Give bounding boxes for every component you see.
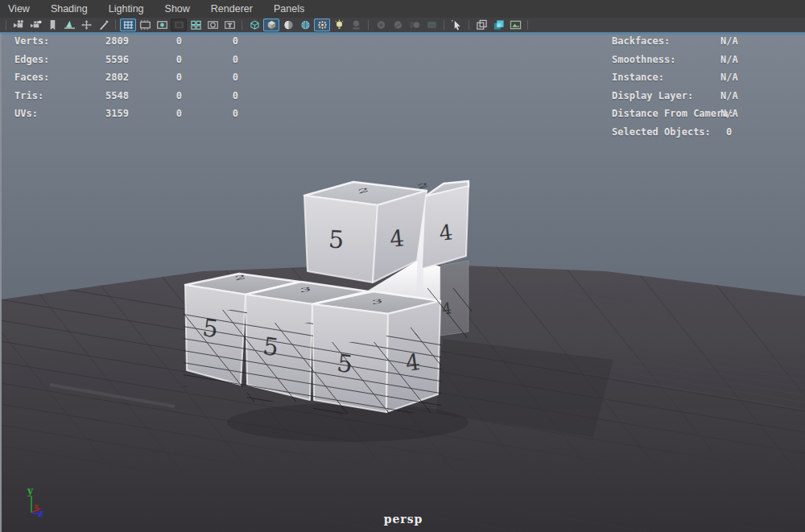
hud-row: UVs: 3159 0 0 (14, 108, 238, 126)
toolbar-separator (6, 20, 6, 30)
hud-row: Display Layer: N/A (612, 90, 805, 109)
image-plane-icon[interactable] (61, 19, 77, 31)
motion-blur-icon[interactable] (407, 19, 423, 31)
camera-name-label: persp (2, 513, 805, 526)
grid-icon[interactable] (120, 19, 136, 31)
toolbar-separator (368, 20, 369, 30)
resolution-gate-icon[interactable] (154, 19, 170, 31)
hud-row: Distance From Camera: N/A (612, 108, 805, 126)
wireframe-on-shaded-icon[interactable] (314, 19, 330, 31)
textured-icon[interactable] (297, 19, 313, 31)
toolbar-separator (444, 20, 444, 30)
shadows-icon[interactable] (348, 19, 364, 31)
lock-camera-icon[interactable] (27, 19, 43, 31)
hud-row: Tris: 5548 0 0 (14, 90, 238, 109)
toolbar-separator (242, 20, 242, 30)
hud-row: Verts: 2809 0 0 (14, 35, 238, 54)
select-camera-icon[interactable] (10, 19, 27, 31)
hud-row: Selected Objects: 0 (612, 126, 805, 145)
axis-gizmo: y x z (18, 485, 50, 522)
menu-renderer[interactable]: Renderer (200, 0, 263, 18)
perspective-viewport[interactable]: 4 4 2 5 4 2 (0, 32, 805, 532)
dice-contact-shadow (227, 403, 469, 442)
hud-row: Instance: N/A (612, 72, 805, 90)
menu-show[interactable]: Show (155, 0, 200, 18)
maya-viewport-panel: View Shading Lighting Show Renderer Pane… (0, 0, 805, 532)
panel-toolbar (0, 18, 805, 32)
use-all-lights-icon[interactable] (331, 19, 347, 31)
panel-menubar: View Shading Lighting Show Renderer Pane… (0, 0, 805, 18)
menu-view[interactable]: View (6, 0, 40, 18)
back-die[interactable]: 4 (440, 261, 469, 336)
hud-row: Faces: 2802 0 0 (14, 72, 238, 90)
die-number: 5 (328, 225, 345, 254)
menu-lighting[interactable]: Lighting (98, 0, 155, 18)
field-chart-icon[interactable] (188, 19, 204, 31)
hud-poly-count: Verts: 2809 0 0 Edges: 5596 0 0 Faces: 2… (14, 35, 238, 126)
hud-object-details: Backfaces: N/A Smoothness: N/A Instance:… (612, 35, 805, 145)
screen-space-ao-icon[interactable] (373, 19, 389, 31)
toolbar-separator (469, 20, 469, 30)
safe-action-icon[interactable] (204, 19, 221, 31)
bookmark-icon[interactable] (44, 19, 60, 31)
anti-aliasing-icon[interactable] (390, 19, 406, 31)
xray-icon[interactable] (490, 19, 506, 31)
die-number: 4 (388, 225, 405, 253)
smooth-shade-all-icon[interactable] (263, 19, 279, 31)
snapshot-icon[interactable] (473, 19, 489, 31)
toolbar-separator (115, 20, 116, 30)
axis-z-label: z (38, 508, 43, 519)
pan-zoom-icon[interactable] (78, 19, 94, 31)
axis-y-label: y (27, 485, 34, 497)
menu-shading[interactable]: Shading (40, 0, 98, 18)
hud-row: Backfaces: N/A (612, 35, 805, 54)
wireframe-icon[interactable] (246, 19, 262, 31)
hud-row: Edges: 5596 0 0 (14, 54, 238, 72)
menu-panels[interactable]: Panels (263, 0, 315, 18)
toolbar-separator (527, 20, 528, 30)
grease-pencil-icon[interactable] (95, 19, 111, 31)
use-default-material-icon[interactable] (280, 19, 296, 31)
hud-row: Smoothness: N/A (612, 54, 805, 72)
safe-title-icon[interactable] (221, 19, 237, 31)
gate-mask-icon[interactable] (171, 19, 187, 31)
scene-render-view-icon[interactable] (507, 19, 523, 31)
film-gate-icon[interactable] (137, 19, 153, 31)
isolate-select-icon[interactable] (448, 19, 464, 31)
render-override-icon[interactable] (423, 19, 440, 31)
